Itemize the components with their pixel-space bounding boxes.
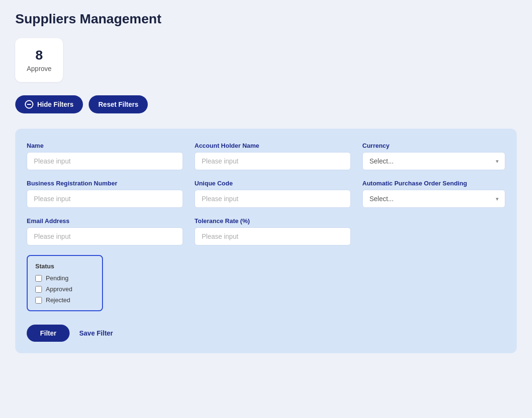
unique-code-input[interactable] [194, 190, 351, 208]
name-input[interactable] [27, 152, 183, 170]
currency-label: Currency [362, 142, 505, 149]
filter-middle-col: Account Holder Name Unique Code Toleranc… [194, 142, 351, 255]
business-reg-field-group: Business Registration Number [27, 180, 183, 208]
save-filter-button[interactable]: Save Filter [79, 329, 113, 337]
status-label: Status [35, 263, 94, 270]
approve-count: 8 [35, 48, 43, 63]
account-holder-field-group: Account Holder Name [194, 142, 351, 170]
tolerance-field-group: Tolerance Rate (%) [194, 217, 351, 245]
business-reg-label: Business Registration Number [27, 180, 183, 187]
page-title: Suppliers Management [15, 11, 517, 27]
auto-po-select-wrapper: Select... [362, 190, 505, 208]
currency-select-wrapper: Select... [362, 152, 505, 170]
business-reg-input[interactable] [27, 190, 183, 208]
pending-checkbox[interactable] [35, 275, 42, 282]
approved-label[interactable]: Approved [46, 285, 72, 293]
hide-filters-label: Hide Filters [37, 101, 73, 108]
name-label: Name [27, 142, 183, 149]
filter-right-col: Currency Select... Automatic Purchase Or… [362, 142, 505, 217]
filter-panel: Name Business Registration Number Email … [15, 129, 517, 353]
tolerance-input[interactable] [194, 227, 351, 245]
approved-checkbox[interactable] [35, 286, 42, 293]
account-holder-label: Account Holder Name [194, 142, 351, 149]
auto-po-select[interactable]: Select... [362, 190, 505, 208]
auto-po-field-group: Automatic Purchase Order Sending Select.… [362, 180, 505, 208]
filter-fields-grid: Name Business Registration Number Email … [27, 142, 505, 323]
currency-select[interactable]: Select... [362, 152, 505, 170]
email-label: Email Address [27, 217, 183, 224]
unique-code-field-group: Unique Code [194, 180, 351, 208]
filter-button[interactable]: Filter [27, 325, 70, 342]
status-pending-item: Pending [35, 275, 94, 282]
auto-po-label: Automatic Purchase Order Sending [362, 180, 505, 187]
approve-card: 8 Approve [15, 38, 63, 82]
filter-actions-row: Hide Filters Reset Filters [15, 95, 517, 113]
reset-filters-button[interactable]: Reset Filters [89, 95, 148, 113]
status-rejected-item: Rejected [35, 296, 94, 304]
email-input[interactable] [27, 227, 183, 245]
email-field-group: Email Address [27, 217, 183, 245]
unique-code-label: Unique Code [194, 180, 351, 187]
hide-filters-button[interactable]: Hide Filters [15, 95, 83, 113]
rejected-checkbox[interactable] [35, 297, 42, 304]
pending-label[interactable]: Pending [46, 275, 69, 282]
minus-icon [25, 100, 33, 109]
tolerance-label: Tolerance Rate (%) [194, 217, 351, 224]
status-approved-item: Approved [35, 285, 94, 293]
currency-field-group: Currency Select... [362, 142, 505, 170]
account-holder-input[interactable] [194, 152, 351, 170]
approve-label: Approve [27, 65, 51, 72]
status-box: Status Pending Approved Rejected [27, 255, 103, 311]
rejected-label[interactable]: Rejected [46, 296, 70, 304]
name-field-group: Name [27, 142, 183, 170]
filter-left-col: Name Business Registration Number Email … [27, 142, 183, 323]
bottom-actions: Filter Save Filter [27, 323, 505, 342]
